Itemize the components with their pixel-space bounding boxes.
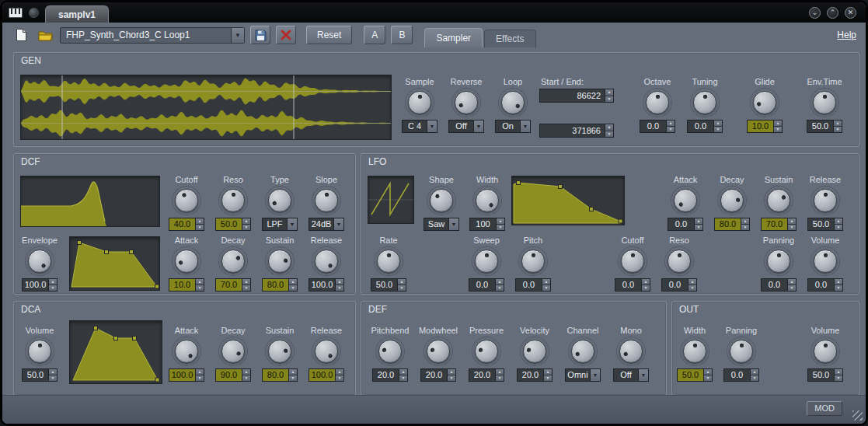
lfo-shape-knob[interactable]	[430, 189, 453, 212]
spinner-arrows-icon[interactable]: ▲▼	[787, 218, 796, 230]
lfo-cutoff-knob[interactable]	[621, 250, 644, 273]
out-volume-knob[interactable]	[814, 340, 837, 363]
delete-preset-button[interactable]	[276, 26, 296, 44]
lfo-rate-knob[interactable]	[377, 250, 400, 273]
help-link[interactable]: Help	[837, 30, 856, 40]
preset-combobox[interactable]: FHP_Synth_Chord3_C Loop1 ▼	[60, 27, 245, 44]
mod-button[interactable]: MOD	[807, 401, 842, 416]
lfo-attack-spinbox[interactable]: 0.0 ▲▼	[668, 218, 703, 231]
dcf-sustain-spinbox[interactable]: 80.0 ▲▼	[262, 278, 298, 292]
shade-button[interactable]: ⌄	[809, 7, 821, 19]
dcf-reso-knob[interactable]	[221, 189, 245, 212]
filter-response-display[interactable]	[20, 176, 160, 227]
def-pressure-knob[interactable]	[475, 340, 498, 363]
dcf-release-spinbox[interactable]: 100.0 ▲▼	[309, 278, 344, 292]
sample-waveform-display[interactable]	[20, 75, 392, 140]
loop-start-spinbox[interactable]: 86622 ▲▼	[539, 89, 614, 103]
chevron-down-icon[interactable]: ▼	[333, 218, 343, 230]
chevron-down-icon[interactable]: ▼	[448, 218, 458, 230]
spinner-arrows-icon[interactable]: ▲▼	[641, 279, 650, 291]
spinner-arrows-icon[interactable]: ▲▼	[703, 369, 712, 381]
lfo-reso-spinbox[interactable]: 0.0 ▲▼	[661, 278, 697, 292]
lfo-decay-spinbox[interactable]: 80.0 ▲▼	[714, 218, 750, 231]
spinner-arrows-icon[interactable]: ▲▼	[495, 369, 504, 381]
spinner-arrows-icon[interactable]: ▲▼	[288, 279, 297, 291]
save-preset-button[interactable]	[250, 26, 270, 44]
dcf-envelope-display[interactable]	[69, 236, 160, 291]
lfo-shape-display[interactable]	[368, 176, 414, 224]
spinner-arrows-icon[interactable]: ▲▼	[335, 369, 343, 381]
def-pitchbend-knob[interactable]	[378, 340, 402, 363]
out-panning-spinbox[interactable]: 0.0 ▲▼	[723, 368, 759, 382]
gen-env-time-spinbox[interactable]: 50.0 ▲▼	[807, 120, 842, 133]
gen-octave-spinbox[interactable]: 0.0 ▲▼	[640, 120, 675, 133]
spinner-arrows-icon[interactable]: ▲▼	[688, 279, 696, 291]
def-channel-select[interactable]: Omni ▼	[565, 368, 601, 382]
spinner-arrows-icon[interactable]: ▲▼	[834, 279, 842, 291]
gen-sample-knob[interactable]	[408, 91, 431, 114]
spinner-arrows-icon[interactable]: ▲▼	[48, 279, 57, 291]
def-modwheel-spinbox[interactable]: 20.0 ▲▼	[420, 368, 456, 382]
dca-sustain-spinbox[interactable]: 80.0 ▲▼	[262, 368, 298, 382]
chevron-down-icon[interactable]: ▼	[287, 218, 297, 230]
lfo-sweep-knob[interactable]	[475, 250, 498, 273]
spinner-arrows-icon[interactable]: ▲▼	[195, 279, 204, 291]
dcf-slope-knob[interactable]	[315, 189, 338, 212]
gen-reverse-select[interactable]: Off ▼	[448, 120, 484, 133]
spinner-arrows-icon[interactable]: ▲▼	[447, 369, 455, 381]
dcf-cutoff-spinbox[interactable]: 40.0 ▲▼	[169, 218, 204, 231]
def-pressure-spinbox[interactable]: 20.0 ▲▼	[469, 368, 504, 382]
spinner-arrows-icon[interactable]: ▲▼	[605, 89, 613, 102]
spinner-arrows-icon[interactable]: ▲▼	[833, 120, 842, 132]
lfo-pitch-knob[interactable]	[521, 250, 545, 273]
dcf-cutoff-knob[interactable]	[175, 189, 198, 212]
out-panning-knob[interactable]	[730, 340, 753, 363]
tab-sampler[interactable]: Sampler	[424, 28, 483, 47]
gen-loop-knob[interactable]	[501, 91, 525, 114]
close-button[interactable]: ✕	[845, 7, 856, 19]
dca-envelope-display[interactable]	[69, 320, 162, 384]
dcf-release-knob[interactable]	[315, 250, 338, 273]
out-width-knob[interactable]	[683, 340, 706, 363]
dca-decay-spinbox[interactable]: 90.0 ▲▼	[215, 368, 251, 382]
spinner-arrows-icon[interactable]: ▲▼	[495, 279, 504, 291]
lfo-reso-knob[interactable]	[668, 250, 691, 273]
dcf-decay-knob[interactable]	[221, 250, 245, 273]
spinner-arrows-icon[interactable]: ▲▼	[242, 279, 250, 291]
spinner-arrows-icon[interactable]: ▲▼	[666, 120, 675, 132]
spinner-arrows-icon[interactable]: ▲▼	[605, 124, 613, 137]
dcf-type-select[interactable]: LPF ▼	[262, 218, 298, 231]
dcf-reso-spinbox[interactable]: 50.0 ▲▼	[215, 218, 251, 231]
dca-sustain-knob[interactable]	[268, 340, 291, 363]
out-volume-spinbox[interactable]: 50.0 ▲▼	[807, 368, 843, 382]
lfo-volume-knob[interactable]	[814, 250, 837, 273]
def-channel-knob[interactable]	[571, 340, 594, 363]
dcf-decay-spinbox[interactable]: 70.0 ▲▼	[215, 278, 251, 292]
lfo-envelope-display[interactable]	[511, 176, 625, 225]
chevron-down-icon[interactable]: ▼	[473, 120, 483, 132]
spinner-arrows-icon[interactable]: ▲▼	[834, 218, 842, 230]
gen-reverse-knob[interactable]	[455, 91, 478, 114]
lfo-decay-knob[interactable]	[720, 189, 744, 212]
dcf-envelope-spinbox[interactable]: 100.0 ▲▼	[22, 278, 58, 292]
spinner-arrows-icon[interactable]: ▲▼	[773, 120, 782, 132]
spinner-arrows-icon[interactable]: ▲▼	[750, 369, 758, 381]
lfo-width-knob[interactable]	[476, 189, 499, 212]
titlebar[interactable]: samplv1 ⌄ ⌃ ✕	[2, 2, 866, 23]
def-mono-select[interactable]: Off ▼	[613, 368, 649, 382]
spinner-arrows-icon[interactable]: ▲▼	[399, 369, 407, 381]
gen-env-time-knob[interactable]	[813, 91, 836, 114]
def-modwheel-knob[interactable]	[427, 340, 450, 363]
spinner-arrows-icon[interactable]: ▲▼	[713, 120, 722, 132]
lfo-release-knob[interactable]	[814, 189, 837, 212]
gen-sample-select[interactable]: C 4 ▼	[402, 120, 437, 133]
new-preset-button[interactable]	[12, 26, 30, 44]
lfo-sustain-spinbox[interactable]: 70.0 ▲▼	[761, 218, 797, 231]
spinner-arrows-icon[interactable]: ▲▼	[694, 218, 702, 230]
dca-attack-knob[interactable]	[175, 340, 198, 363]
loop-end-spinbox[interactable]: 371866 ▲▼	[539, 124, 614, 138]
def-pitchbend-spinbox[interactable]: 20.0 ▲▼	[372, 368, 408, 382]
def-mono-knob[interactable]	[619, 340, 643, 363]
spinner-arrows-icon[interactable]: ▲▼	[834, 369, 842, 381]
spinner-arrows-icon[interactable]: ▲▼	[242, 369, 250, 381]
